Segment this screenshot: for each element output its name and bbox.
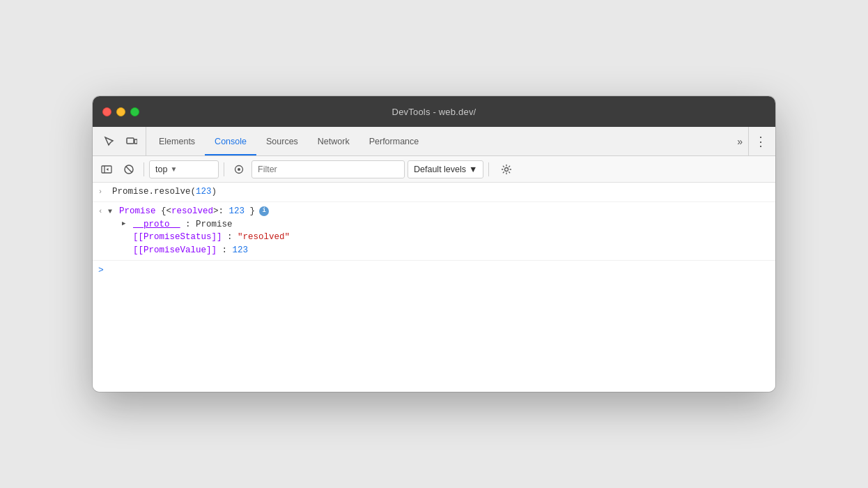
promise-value-row: [[PromiseValue]] : 123 xyxy=(108,244,770,257)
tab-elements[interactable]: Elements xyxy=(149,127,205,155)
promise-status-colon: : xyxy=(227,232,238,242)
promise-value-colon: : xyxy=(222,245,233,255)
promise-status-key: [[PromiseStatus]] xyxy=(133,232,222,242)
tab-sources[interactable]: Sources xyxy=(256,127,308,155)
settings-icon[interactable] xyxy=(497,160,516,179)
tab-performance[interactable]: Performance xyxy=(359,127,429,155)
close-button[interactable] xyxy=(102,107,111,116)
filter-input-container[interactable] xyxy=(251,160,405,178)
svg-rect-0 xyxy=(127,138,134,144)
toolbar-divider-2 xyxy=(224,162,224,176)
promise-value-key: [[PromiseValue]] xyxy=(133,245,217,255)
promise-info-icon[interactable]: i xyxy=(259,206,269,216)
svg-marker-4 xyxy=(107,168,109,171)
promise-content: ▼ Promise {<resolved>: 123 } i ▶ xyxy=(108,205,770,257)
promise-status-row: [[PromiseStatus]] : "resolved" xyxy=(108,231,770,244)
promise-expand-arrow[interactable]: ▼ xyxy=(108,206,116,217)
svg-line-6 xyxy=(126,167,132,172)
console-cursor-row[interactable]: > xyxy=(93,261,775,280)
promise-value-value: 123 xyxy=(233,245,249,255)
inspect-icon[interactable] xyxy=(100,132,119,151)
tab-network[interactable]: Network xyxy=(308,127,359,155)
window-title: DevTools - web.dev/ xyxy=(392,107,476,117)
device-toggle-icon[interactable] xyxy=(122,132,141,151)
promise-status-value: "resolved" xyxy=(238,232,290,242)
tab-bar-icons xyxy=(95,127,146,155)
devtools-menu-button[interactable]: ⋮ xyxy=(748,127,773,155)
devtools-window: DevTools - web.dev/ Elements Console So xyxy=(93,96,775,392)
svg-rect-1 xyxy=(134,139,137,144)
svg-point-8 xyxy=(238,168,240,171)
console-row-input: › Promise.resolve(123) xyxy=(93,183,775,202)
back-arrow: ‹ xyxy=(98,206,105,218)
console-toolbar: top ▼ Default levels ▼ xyxy=(93,156,775,183)
more-tabs-button[interactable]: » xyxy=(731,127,748,155)
console-content: › Promise.resolve(123) ‹ ▼ Promise {<res… xyxy=(93,183,775,392)
proto-key: __proto__ : Promise xyxy=(133,218,233,231)
title-bar: DevTools - web.dev/ xyxy=(93,96,775,127)
minimize-button[interactable] xyxy=(116,107,125,116)
toolbar-divider-1 xyxy=(144,162,144,176)
context-dropdown-arrow: ▼ xyxy=(170,165,177,173)
context-selector[interactable]: top ▼ xyxy=(149,160,219,178)
proto-row: ▶ __proto__ : Promise xyxy=(108,218,770,231)
cursor-prompt: > xyxy=(98,264,104,277)
proto-expand-arrow[interactable]: ▶ xyxy=(122,220,130,229)
filter-input[interactable] xyxy=(258,165,398,174)
tab-bar: Elements Console Sources Network Perform… xyxy=(93,127,775,156)
maximize-button[interactable] xyxy=(130,107,139,116)
toolbar-divider-3 xyxy=(488,162,489,176)
row-expand-arrow[interactable]: › xyxy=(98,187,109,197)
tab-console[interactable]: Console xyxy=(205,127,256,155)
traffic-lights xyxy=(102,107,139,116)
sidebar-toggle-icon[interactable] xyxy=(97,160,116,179)
console-input-text: Promise.resolve(123) xyxy=(112,187,217,197)
promise-line: ▼ Promise {<resolved>: 123 } i xyxy=(108,205,770,218)
live-expression-icon[interactable] xyxy=(229,160,249,179)
promise-label: Promise {<resolved>: 123 } xyxy=(119,205,255,218)
log-level-arrow: ▼ xyxy=(469,165,477,174)
svg-point-9 xyxy=(505,167,509,171)
row-content: Promise.resolve(123) xyxy=(112,185,770,199)
log-level-button[interactable]: Default levels ▼ xyxy=(408,160,483,178)
console-row-promise: ‹ ▼ Promise {<resolved>: 123 } i xyxy=(93,202,775,261)
clear-console-icon[interactable] xyxy=(119,160,139,179)
